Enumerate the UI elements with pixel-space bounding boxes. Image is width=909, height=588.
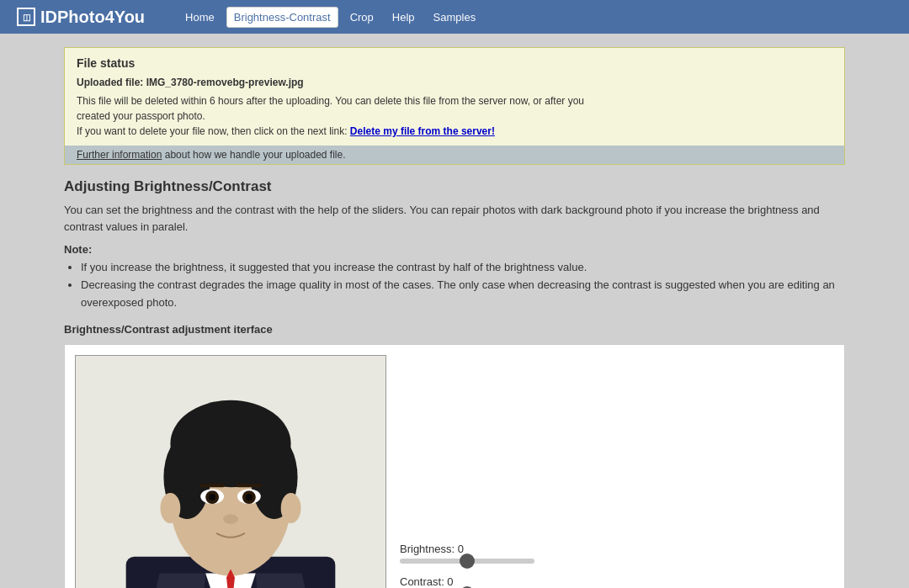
section-description: You can set the brightness and the contr… (64, 202, 845, 235)
delete-link[interactable]: Delete my file from the server! (350, 125, 495, 137)
person-photo (76, 356, 385, 588)
section-title: Adjusting Brightness/Contrast (64, 178, 845, 195)
svg-rect-12 (237, 485, 262, 488)
file-status-uploaded: Uploaded file: IMG_3780-removebg-preview… (77, 75, 832, 90)
logo-icon: ◫ (17, 8, 35, 26)
further-info-link[interactable]: Further information (77, 149, 162, 161)
photo-area (75, 355, 386, 588)
brightness-group: Brightness: 0 (400, 543, 656, 564)
nav-help[interactable]: Help (385, 8, 422, 27)
message-line1: This file will be deleted within 6 hours… (77, 95, 584, 107)
svg-point-20 (160, 494, 180, 524)
brightness-slider[interactable] (400, 559, 534, 564)
note-item-1: If you increase the brightness, it sugge… (81, 259, 845, 277)
nav-home[interactable]: Home (178, 8, 221, 27)
contrast-group: Contrast: 0 (400, 575, 656, 588)
header: ◫ IDPhoto4You Home Brightness-Contrast C… (0, 0, 909, 34)
file-status-title: File status (77, 56, 832, 70)
uploaded-filename: IMG_3780-removebg-preview.jpg (146, 77, 304, 88)
note-list: If you increase the brightness, it sugge… (81, 259, 845, 311)
nav-crop[interactable]: Crop (343, 8, 380, 27)
svg-point-17 (209, 494, 215, 501)
file-status-message: This file will be deleted within 6 hours… (77, 93, 832, 139)
uploaded-label: Uploaded file: (77, 77, 146, 88)
logo: ◫ IDPhoto4You (17, 8, 145, 27)
svg-point-21 (281, 494, 301, 524)
nav-samples[interactable]: Samples (427, 8, 483, 27)
logo-text: IDPhoto4You (40, 8, 145, 27)
svg-rect-11 (199, 485, 225, 488)
message-line3: If you want to delete your file now, the… (77, 125, 350, 137)
further-info-suffix: about how we handle your uploaded file. (162, 149, 345, 161)
note-label: Note: (64, 243, 845, 256)
navigation: Home Brightness-Contrast Crop Help Sampl… (178, 7, 482, 28)
svg-point-19 (223, 514, 238, 524)
main-content: File status Uploaded file: IMG_3780-remo… (50, 34, 858, 588)
further-info-bar: Further information about how we handle … (65, 146, 844, 164)
interface-title: Brightness/Contrast adjustment iterface (64, 323, 845, 336)
svg-point-18 (246, 494, 252, 501)
message-line2: created your passport photo. (77, 110, 205, 122)
adjustment-panel: Brightness: 0 Contrast: 0 Preview Back R… (64, 344, 845, 588)
file-status-box: File status Uploaded file: IMG_3780-remo… (64, 47, 845, 165)
svg-point-10 (184, 433, 276, 480)
note-item-2: Decreasing the contrast degrades the ima… (81, 277, 845, 312)
nav-brightness-contrast[interactable]: Brightness-Contrast (226, 7, 338, 28)
right-panel: Brightness: 0 Contrast: 0 Preview Back R… (400, 355, 656, 588)
